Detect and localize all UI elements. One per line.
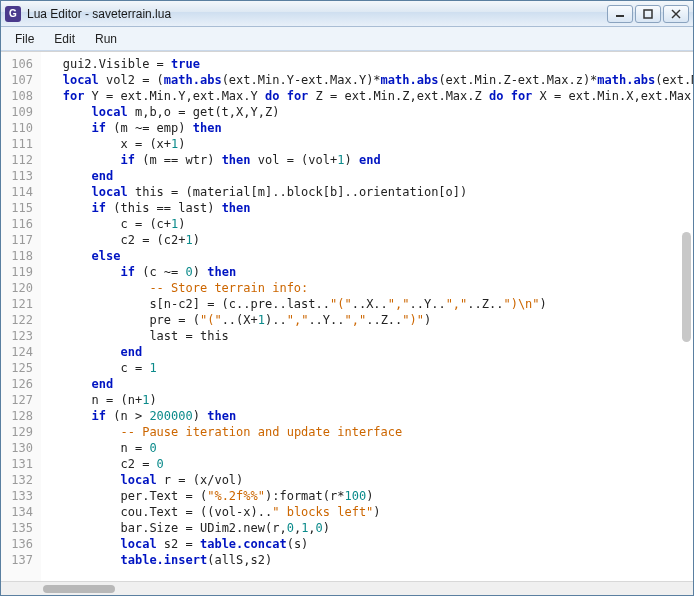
line-number: 130: [1, 440, 33, 456]
maximize-button[interactable]: [635, 5, 661, 23]
code-line[interactable]: if (this == last) then: [41, 200, 693, 216]
close-icon: [671, 9, 681, 19]
line-number: 132: [1, 472, 33, 488]
line-number: 117: [1, 232, 33, 248]
horizontal-scrollbar-thumb[interactable]: [43, 585, 115, 593]
menubar: File Edit Run: [1, 27, 693, 51]
code-line[interactable]: local s2 = table.concat(s): [41, 536, 693, 552]
code-line[interactable]: if (n > 200000) then: [41, 408, 693, 424]
line-number: 107: [1, 72, 33, 88]
horizontal-scrollbar[interactable]: [1, 581, 693, 595]
app-window: G Lua Editor - saveterrain.lua File Edit…: [0, 0, 694, 596]
line-number: 112: [1, 152, 33, 168]
code-line[interactable]: end: [41, 376, 693, 392]
line-number: 111: [1, 136, 33, 152]
line-number: 133: [1, 488, 33, 504]
line-number: 126: [1, 376, 33, 392]
line-number: 106: [1, 56, 33, 72]
code-line[interactable]: c = (c+1): [41, 216, 693, 232]
code-line[interactable]: local m,b,o = get(t,X,Y,Z): [41, 104, 693, 120]
code-line[interactable]: x = (x+1): [41, 136, 693, 152]
line-number: 118: [1, 248, 33, 264]
minimize-button[interactable]: [607, 5, 633, 23]
window-controls: [607, 5, 689, 23]
code-line[interactable]: n = (n+1): [41, 392, 693, 408]
code-line[interactable]: else: [41, 248, 693, 264]
line-number: 122: [1, 312, 33, 328]
vertical-scrollbar-thumb[interactable]: [682, 232, 691, 342]
code-line[interactable]: end: [41, 168, 693, 184]
line-number: 123: [1, 328, 33, 344]
line-number: 125: [1, 360, 33, 376]
code-line[interactable]: if (c ~= 0) then: [41, 264, 693, 280]
code-line[interactable]: bar.Size = UDim2.new(r,0,1,0): [41, 520, 693, 536]
line-number: 115: [1, 200, 33, 216]
code-editor[interactable]: 1061071081091101111121131141151161171181…: [1, 51, 693, 581]
line-number: 136: [1, 536, 33, 552]
line-number-gutter: 1061071081091101111121131141151161171181…: [1, 52, 41, 581]
line-number: 131: [1, 456, 33, 472]
code-line[interactable]: if (m ~= emp) then: [41, 120, 693, 136]
maximize-icon: [643, 9, 653, 19]
menu-edit[interactable]: Edit: [44, 29, 85, 49]
line-number: 119: [1, 264, 33, 280]
code-line[interactable]: c2 = (c2+1): [41, 232, 693, 248]
titlebar[interactable]: G Lua Editor - saveterrain.lua: [1, 1, 693, 27]
menu-file[interactable]: File: [5, 29, 44, 49]
code-line[interactable]: c = 1: [41, 360, 693, 376]
code-line[interactable]: n = 0: [41, 440, 693, 456]
line-number: 135: [1, 520, 33, 536]
window-title: Lua Editor - saveterrain.lua: [27, 7, 607, 21]
menu-run[interactable]: Run: [85, 29, 127, 49]
code-line[interactable]: end: [41, 344, 693, 360]
code-line[interactable]: if (m == wtr) then vol = (vol+1) end: [41, 152, 693, 168]
line-number: 134: [1, 504, 33, 520]
code-line[interactable]: -- Pause iteration and update interface: [41, 424, 693, 440]
line-number: 124: [1, 344, 33, 360]
svg-rect-1: [644, 10, 652, 18]
line-number: 137: [1, 552, 33, 568]
code-line[interactable]: local r = (x/vol): [41, 472, 693, 488]
line-number: 109: [1, 104, 33, 120]
line-number: 127: [1, 392, 33, 408]
code-line[interactable]: c2 = 0: [41, 456, 693, 472]
line-number: 113: [1, 168, 33, 184]
line-number: 116: [1, 216, 33, 232]
line-number: 108: [1, 88, 33, 104]
code-line[interactable]: gui2.Visible = true: [41, 56, 693, 72]
code-line[interactable]: cou.Text = ((vol-x).." blocks left"): [41, 504, 693, 520]
code-line[interactable]: local vol2 = (math.abs(ext.Min.Y-ext.Max…: [41, 72, 693, 88]
close-button[interactable]: [663, 5, 689, 23]
line-number: 110: [1, 120, 33, 136]
code-line[interactable]: last = this: [41, 328, 693, 344]
code-line[interactable]: pre = ("("..(X+1)..","..Y..","..Z..")"): [41, 312, 693, 328]
line-number: 129: [1, 424, 33, 440]
code-line[interactable]: s[n-c2] = (c..pre..last.."("..X..","..Y.…: [41, 296, 693, 312]
code-line[interactable]: table.insert(allS,s2): [41, 552, 693, 568]
code-line[interactable]: local this = (material[m]..block[b]..ori…: [41, 184, 693, 200]
minimize-icon: [615, 9, 625, 19]
code-line[interactable]: for Y = ext.Min.Y,ext.Max.Y do for Z = e…: [41, 88, 693, 104]
app-icon: G: [5, 6, 21, 22]
code-line[interactable]: -- Store terrain info:: [41, 280, 693, 296]
line-number: 120: [1, 280, 33, 296]
code-line[interactable]: per.Text = ("%.2f%%"):format(r*100): [41, 488, 693, 504]
code-area[interactable]: gui2.Visible = true local vol2 = (math.a…: [41, 52, 693, 581]
line-number: 121: [1, 296, 33, 312]
line-number: 114: [1, 184, 33, 200]
line-number: 128: [1, 408, 33, 424]
